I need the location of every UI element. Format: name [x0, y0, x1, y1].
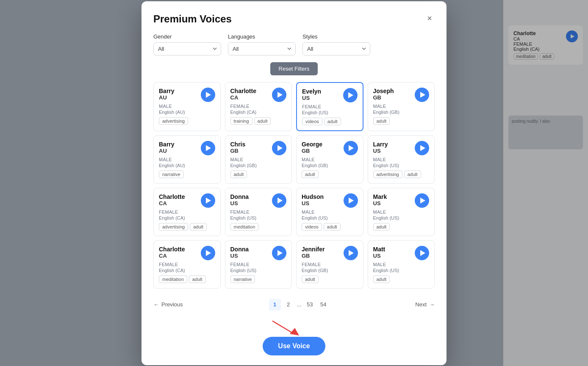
- voice-card[interactable]: Charlotte CA FEMALE English (CA) meditat…: [153, 240, 221, 289]
- voice-tag: meditation: [230, 223, 259, 231]
- play-button[interactable]: [415, 193, 429, 208]
- voice-card-header: Barry AU: [159, 141, 215, 155]
- play-button[interactable]: [272, 88, 286, 102]
- play-button[interactable]: [201, 193, 215, 208]
- page-button[interactable]: 2: [283, 299, 294, 311]
- voice-tags: advertisingadult: [159, 223, 215, 231]
- voice-info: Mark US: [373, 193, 387, 207]
- pagination: ← Previous 12...5354 Next →: [153, 295, 435, 312]
- voice-card[interactable]: Charlotte CA FEMALE English (CA) adverti…: [153, 188, 221, 236]
- voice-info: Donna US: [230, 246, 249, 259]
- voice-language: English (US): [302, 215, 358, 220]
- voice-tags: trainingadult: [230, 117, 287, 125]
- voice-tags: adult: [230, 171, 287, 178]
- voice-name: Donna: [230, 193, 249, 201]
- voice-name: Donna: [230, 246, 249, 253]
- voice-card[interactable]: Chris GB MALE English (GB) adult: [225, 135, 292, 184]
- voice-card[interactable]: Hudson US MALE English (US) videosadult: [296, 188, 363, 236]
- page-button[interactable]: 53: [304, 299, 316, 311]
- play-button[interactable]: [201, 141, 215, 155]
- play-button[interactable]: [415, 246, 429, 260]
- voice-info: Barry AU: [159, 88, 175, 101]
- play-button[interactable]: [272, 193, 286, 208]
- voice-info: Jennifer GB: [302, 246, 325, 259]
- voice-card[interactable]: Evelyn US FEMALE English (US) videosadul…: [296, 82, 363, 131]
- voice-card[interactable]: Larry US MALE English (US) advertisingad…: [368, 135, 435, 184]
- voice-card[interactable]: Donna US FEMALE English (US) narrative: [225, 240, 292, 289]
- voice-info: Chris GB: [230, 141, 246, 154]
- voice-language: English (GB): [373, 110, 430, 115]
- voice-card[interactable]: Charlotte CA FEMALE English (CA) trainin…: [225, 82, 292, 131]
- premium-voices-modal: Premium Voices × Gender All Male Female …: [141, 1, 447, 365]
- voice-card[interactable]: Jennifer GB FEMALE English (GB) adult: [296, 240, 363, 289]
- voice-card[interactable]: Donna US FEMALE English (US) meditation: [225, 188, 292, 236]
- voice-tag: adult: [373, 275, 390, 283]
- play-button[interactable]: [201, 88, 215, 102]
- voice-card[interactable]: Mark US MALE English (US) adult: [368, 188, 435, 236]
- voice-tag: adult: [324, 118, 341, 125]
- voice-name: Barry: [159, 141, 175, 148]
- voice-name: Larry: [373, 141, 388, 148]
- voice-info: Joseph GB: [373, 88, 394, 101]
- play-button[interactable]: [201, 246, 215, 260]
- voice-gender: MALE: [373, 104, 430, 109]
- play-button[interactable]: [344, 193, 358, 208]
- voice-language: English (GB): [230, 163, 287, 168]
- voice-language: English (US): [373, 215, 430, 220]
- voice-card[interactable]: Joseph GB MALE English (GB) adult: [368, 82, 435, 131]
- voice-tag: narrative: [230, 275, 255, 283]
- voice-language: English (AU): [159, 110, 215, 115]
- voice-tags: meditationadult: [159, 275, 215, 283]
- page-button[interactable]: 1: [269, 299, 281, 311]
- play-button[interactable]: [272, 141, 286, 155]
- voice-card[interactable]: Barry AU MALE English (AU) narrative: [153, 135, 221, 184]
- voice-info: Donna US: [230, 193, 249, 207]
- voice-info: Larry US: [373, 141, 388, 154]
- voice-gender: FEMALE: [159, 209, 215, 215]
- voice-card[interactable]: Barry AU MALE English (AU) advertising: [153, 82, 221, 131]
- gender-filter-label: Gender: [153, 33, 221, 40]
- voice-tag: advertising: [159, 117, 188, 125]
- voice-info: Barry AU: [159, 141, 175, 154]
- play-button[interactable]: [344, 246, 358, 260]
- voice-tags: meditation: [230, 223, 287, 231]
- play-button[interactable]: [344, 141, 358, 155]
- languages-filter-select[interactable]: All English: [228, 42, 296, 55]
- voice-info: Charlotte CA: [159, 193, 185, 207]
- voice-gender: MALE: [373, 262, 430, 267]
- prev-arrow-icon: ←: [153, 301, 159, 308]
- voice-country: US: [373, 200, 387, 206]
- voice-card[interactable]: George GB MALE English (GB) adult: [296, 135, 363, 184]
- gender-filter-group: Gender All Male Female: [153, 33, 221, 55]
- play-button[interactable]: [343, 88, 358, 102]
- voice-card-header: Donna US: [230, 193, 287, 208]
- reset-filters-button[interactable]: Reset Filters: [270, 62, 318, 75]
- voice-gender: MALE: [230, 157, 287, 162]
- voice-card[interactable]: Matt US MALE English (US) adult: [368, 240, 435, 289]
- next-page-button[interactable]: Next →: [415, 301, 435, 308]
- voice-card-header: Jennifer GB: [302, 246, 358, 260]
- play-button[interactable]: [415, 141, 429, 155]
- gender-filter-select[interactable]: All Male Female: [153, 42, 221, 55]
- use-voice-button[interactable]: Use Voice: [263, 337, 325, 355]
- page-ellipsis: ...: [296, 301, 302, 308]
- voice-tags: adult: [373, 275, 430, 283]
- svg-line-0: [273, 321, 294, 334]
- play-button[interactable]: [272, 246, 286, 260]
- pagination-pages: 12...5354: [269, 299, 330, 311]
- play-button[interactable]: [415, 88, 429, 102]
- voice-language: English (US): [302, 110, 358, 115]
- close-button[interactable]: ×: [424, 13, 435, 23]
- voice-tag: adult: [254, 117, 271, 125]
- voice-tag: adult: [404, 171, 421, 178]
- page-button[interactable]: 54: [317, 299, 329, 311]
- voice-card-header: Charlotte CA: [230, 88, 287, 102]
- voice-info: George GB: [302, 141, 322, 154]
- previous-page-button[interactable]: ← Previous: [153, 301, 183, 308]
- voice-info: Charlotte CA: [159, 246, 185, 259]
- styles-filter-select[interactable]: All Adult Narrative: [302, 42, 370, 55]
- voice-tags: videosadult: [302, 118, 358, 125]
- voice-country: GB: [302, 253, 325, 259]
- voice-name: Hudson: [302, 193, 324, 201]
- voice-tag: videos: [302, 223, 322, 231]
